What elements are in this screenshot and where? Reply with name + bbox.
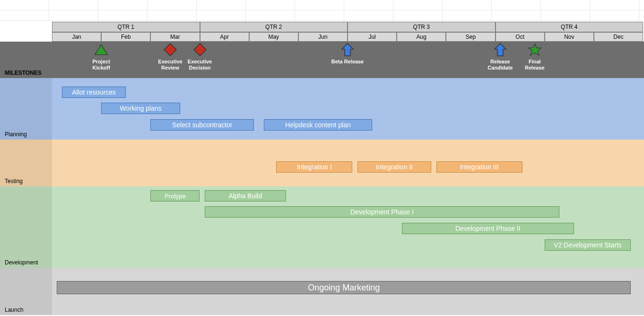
svg-marker-3 (342, 44, 353, 56)
gantt-bar: Helpdesk content plan (264, 119, 372, 131)
milestone-text: Decision (183, 65, 217, 71)
gantt-bar: Working plans (101, 103, 180, 114)
svg-marker-2 (194, 44, 206, 56)
gantt-bar: Development Phase I (205, 206, 559, 218)
star-icon (528, 43, 542, 57)
milestone-item: ExecutiveReview (154, 43, 187, 71)
lane-label: Testing (5, 178, 23, 184)
lane-launch: Launch Ongoing Marketing (0, 268, 644, 315)
svg-marker-1 (164, 44, 176, 56)
triangle-icon (94, 43, 108, 57)
quarter-cell: QTR 4 (496, 22, 644, 32)
svg-marker-5 (529, 44, 541, 55)
gantt-bar: Integration III (436, 161, 522, 173)
month-cell: Jan (52, 32, 101, 42)
gantt-bar: Alpha Build (205, 190, 286, 202)
milestone-text: Release (518, 65, 551, 71)
gantt-bar: Development Phase II (402, 223, 574, 234)
svg-marker-0 (95, 44, 107, 54)
month-cell: Mar (150, 32, 200, 42)
milestone-text: Executive (154, 59, 187, 65)
month-cell: Aug (397, 32, 446, 42)
milestone-text: Review (154, 65, 187, 71)
gantt-bar: Integration I (276, 161, 352, 173)
month-cell: Nov (545, 32, 594, 42)
lane-label: Planning (5, 131, 27, 138)
milestone-text: Project Kickoff (85, 59, 118, 71)
month-cell: Oct (496, 32, 545, 42)
milestone-label: MILESTONES (5, 70, 42, 76)
month-cell: Sep (446, 32, 495, 42)
milestone-band: MILESTONES Project KickoffExecutiveRevie… (0, 42, 644, 78)
month-cell: Jun (298, 32, 348, 42)
milestone-item: Beta Release (331, 43, 364, 65)
gantt-bar: Protype (150, 190, 200, 202)
month-cell: Jul (348, 32, 397, 42)
quarter-cell: QTR 1 (52, 22, 200, 32)
lane-planning: Planning Allot resourcesWorking plansSel… (0, 78, 644, 140)
diamond-icon (163, 43, 177, 57)
gantt-bar: Ongoing Marketing (57, 281, 631, 294)
arrow-icon (340, 43, 355, 57)
gantt-bar: Integration II (357, 161, 431, 173)
quarter-cell: QTR 2 (200, 22, 348, 32)
gantt-chart: QTR 1 QTR 2 QTR 3 QTR 4 Jan Feb Mar Apr … (0, 0, 644, 316)
lane-label: Launch (5, 307, 23, 313)
month-header-row: Jan Feb Mar Apr May Jun Jul Aug Sep Oct … (52, 32, 643, 42)
quarter-header-row: QTR 1 QTR 2 QTR 3 QTR 4 (52, 22, 643, 32)
milestone-text: Final (518, 59, 551, 65)
month-cell: Feb (101, 32, 150, 42)
month-cell: Dec (594, 32, 643, 42)
gantt-bar: Allot resources (62, 87, 126, 98)
milestone-item: ExecutiveDecision (183, 43, 217, 71)
diamond-icon (193, 43, 207, 57)
milestone-item: ReleaseCandidate (484, 43, 517, 71)
milestone-text: Executive (183, 59, 217, 65)
lane-testing: Testing Integration IIntegration IIInteg… (0, 140, 644, 186)
month-cell: May (249, 32, 298, 42)
quarter-cell: QTR 3 (348, 22, 496, 32)
milestone-item: Project Kickoff (85, 43, 118, 71)
milestone-text: Beta Release (331, 59, 364, 65)
lane-development: Development ProtypeAlpha BuildDevelopmen… (0, 186, 644, 268)
spreadsheet-grid (0, 0, 644, 22)
milestone-text: Release (484, 59, 517, 65)
month-cell: Apr (200, 32, 249, 42)
milestone-item: FinalRelease (518, 43, 551, 71)
gantt-bar: V2 Development Starts (545, 239, 631, 251)
milestone-text: Candidate (484, 65, 517, 71)
gantt-bar: Select subcontractor (150, 119, 254, 131)
svg-marker-4 (495, 44, 506, 56)
lane-label: Development (5, 259, 38, 266)
arrow-icon (493, 43, 507, 57)
